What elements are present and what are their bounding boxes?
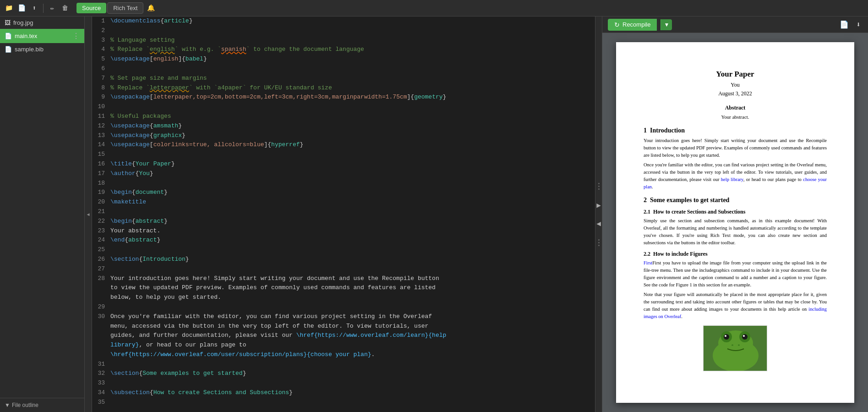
tex-file-icon: 📄 — [5, 33, 12, 39]
code-editor[interactable]: 1 \documentclass{article} 2 3 % Language… — [92, 16, 595, 412]
table-row: 5 \usepackage[english]{babel} — [92, 55, 595, 64]
file-more-icon[interactable]: ⋮ — [72, 32, 80, 40]
rich-text-tab[interactable]: Rich Text — [107, 2, 143, 14]
editor-nav-arrows: ▶ ◀ — [595, 16, 602, 412]
toolbar-separator — [43, 4, 44, 13]
pdf-subsection22-p2: Note that your figure will automatically… — [644, 291, 827, 320]
file-icon[interactable]: 📄 — [16, 3, 27, 13]
bib-filename: sample.bib — [15, 46, 44, 53]
table-row: 7 % Set page size and margins — [92, 74, 595, 83]
upload-icon[interactable]: ⬆ — [29, 3, 39, 13]
table-row: 4 % Replace `english` with e.g. `spanish… — [92, 45, 595, 55]
table-row: 35 — [92, 398, 595, 407]
delete-icon[interactable]: 🗑 — [60, 3, 70, 13]
pdf-frog-figure — [644, 325, 827, 371]
file-outline-toggle[interactable]: ▼ File outline — [0, 398, 84, 412]
editor-mode-tabs: Source Rich Text 🔔 — [76, 2, 155, 14]
image-file-icon: 🖼 — [5, 19, 11, 26]
table-row: 15 — [92, 150, 595, 159]
section1-title: Introduction — [650, 127, 685, 134]
subsection22-num: 2.2 — [644, 251, 650, 257]
table-row: 10 — [92, 102, 595, 112]
subsection22-p1-first: First — [644, 260, 652, 265]
table-row: 3 % Language setting — [92, 36, 595, 45]
pdf-download-icon[interactable]: ⬇ — [854, 19, 863, 30]
table-row: 26 \section{Introduction} — [92, 255, 595, 264]
table-row: 29 — [92, 302, 595, 312]
pdf-date: August 3, 2022 — [644, 90, 827, 97]
sidebar-file-bib[interactable]: 📄 sample.bib — [0, 43, 84, 55]
subsection21-title: How to create Sections and Subsections — [653, 209, 745, 215]
table-row: 13 \usepackage{graphicx} — [92, 131, 595, 141]
table-row: 2 — [92, 26, 595, 36]
pdf-author: You — [644, 82, 827, 88]
main-layout: 🖼 frog.jpg 📄 main.tex ⋮ 📄 sample.bib ▼ F… — [0, 16, 868, 412]
code-lines-table: 1 \documentclass{article} 2 3 % Language… — [92, 16, 595, 407]
table-row: 17 \author{You} — [92, 169, 595, 179]
nav-arrow-right[interactable]: ▶ — [596, 201, 601, 210]
folder-icon[interactable]: 📁 — [4, 3, 14, 13]
pdf-page: Your Paper You August 3, 2022 Abstract Y… — [616, 42, 854, 403]
recompile-button[interactable]: ↻ Recompile — [608, 19, 657, 31]
section2-num: 2 — [644, 197, 647, 203]
chevron-left-icon: ◀ — [87, 212, 89, 217]
sidebar-file-frog[interactable]: 🖼 frog.jpg — [0, 16, 84, 29]
nav-arrow-left[interactable]: ◀ — [596, 219, 601, 228]
frog-image — [703, 325, 767, 371]
table-row: 27 — [92, 264, 595, 274]
chevron-down-icon: ▼ — [5, 402, 10, 408]
table-row: 23 Your abstract. — [92, 226, 595, 236]
table-row: 18 — [92, 179, 595, 188]
svg-point-8 — [743, 335, 745, 337]
pdf-abstract-title: Abstract — [644, 104, 827, 111]
bell-icon[interactable]: 🔔 — [147, 4, 155, 12]
pdf-content-area[interactable]: Your Paper You August 3, 2022 Abstract Y… — [602, 33, 868, 412]
file-tree-sidebar: 🖼 frog.jpg 📄 main.tex ⋮ 📄 sample.bib ▼ F… — [0, 16, 85, 412]
pdf-abstract-text: Your abstract. — [644, 114, 827, 120]
pdf-title: Your Paper — [644, 70, 827, 79]
file-outline-label: File outline — [12, 402, 38, 408]
table-row: 20 \maketitle — [92, 198, 595, 207]
help-library-link[interactable]: help library — [721, 177, 743, 182]
table-row: 8 % Replace `letterpaper` with `a4paper`… — [92, 83, 595, 93]
pdf-subsection-21: 2.1 How to create Sections and Subsectio… — [644, 209, 827, 215]
table-row: 25 — [92, 245, 595, 255]
source-tab[interactable]: Source — [76, 3, 106, 13]
svg-point-5 — [724, 334, 729, 340]
section1-num: 1 — [644, 127, 647, 134]
pdf-subsection22-p1: FirstFirst you have to upload the image … — [644, 259, 827, 288]
recompile-dropdown-button[interactable]: ▼ — [661, 19, 672, 30]
pdf-section1-p2: Once you're familiar with the editor, yo… — [644, 161, 827, 190]
table-row: 31 — [92, 360, 595, 369]
pdf-file-icon[interactable]: 📄 — [838, 19, 851, 30]
table-row: 28 Your introduction goes here! Simply s… — [92, 274, 595, 302]
table-row: 6 — [92, 64, 595, 74]
table-row: 33 — [92, 379, 595, 388]
section2-title: Some examples to get started — [650, 197, 729, 203]
table-row: 11 % Useful packages — [92, 112, 595, 121]
subsection22-title: How to include Figures — [653, 251, 708, 257]
refresh-icon: ↻ — [614, 21, 620, 28]
recompile-label: Recompile — [622, 21, 650, 28]
sidebar-file-main[interactable]: 📄 main.tex ⋮ — [0, 29, 84, 43]
table-row: 30 Once you're familiar with the editor,… — [92, 312, 595, 360]
frog-filename: frog.jpg — [13, 19, 33, 26]
svg-point-7 — [725, 335, 726, 337]
gutter-dots-top — [598, 181, 600, 192]
table-row: 1 \documentclass{article} — [92, 16, 595, 26]
table-row: 22 \begin{abstract} — [92, 217, 595, 226]
bib-file-icon: 📄 — [5, 46, 12, 53]
table-row: 16 \title{Your Paper} — [92, 159, 595, 169]
left-gutter-collapse[interactable]: ◀ — [85, 16, 92, 412]
pdf-preview-panel: ↻ Recompile ▼ 📄 ⬇ Your Paper You August … — [602, 16, 868, 412]
pdf-section-1: 1 Introduction — [644, 127, 827, 134]
table-row: 24 \end{abstract} — [92, 236, 595, 245]
edit-icon[interactable]: ✏ — [47, 3, 57, 13]
main-filename: main.tex — [15, 33, 37, 39]
table-row: 32 \section{Some examples to get started… — [92, 369, 595, 379]
pdf-toolbar: ↻ Recompile ▼ 📄 ⬇ — [602, 16, 868, 33]
svg-point-6 — [742, 334, 748, 340]
table-row: 34 \subsection{How to create Sections an… — [92, 388, 595, 398]
svg-point-10 — [738, 345, 740, 346]
table-row: 12 \usepackage{amsmath} — [92, 121, 595, 131]
